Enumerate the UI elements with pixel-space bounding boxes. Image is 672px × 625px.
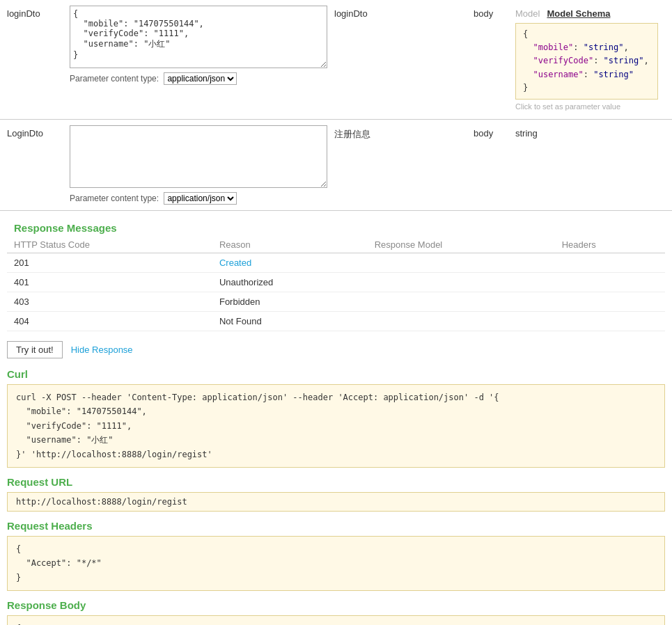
schema-val-username: "string"	[593, 70, 634, 79]
reason-401: Unauthorized	[212, 272, 368, 292]
request-url-title: Request URL	[7, 476, 665, 488]
col-header-status: HTTP Status Code	[7, 237, 212, 253]
headers-403	[555, 292, 665, 311]
response-body-code: { "msg": "验证码错误", "status": 500 }	[7, 615, 665, 625]
response-body-title: Response Body	[7, 599, 665, 611]
response-body-section: Response Body { "msg": "验证码错误", "status"…	[0, 595, 672, 625]
table-row: 404 Not Found	[7, 311, 665, 331]
schema-val-verifyCode: "string"	[604, 56, 644, 65]
response-messages-section: Response Messages HTTP Status Code Reaso…	[0, 211, 672, 335]
table-row: 401 Unauthorized	[7, 272, 665, 292]
tab-model-schema[interactable]: Model Schema	[547, 8, 610, 19]
schema-box: { "mobile": "string", "verifyCode": "str…	[515, 23, 658, 100]
response-table: HTTP Status Code Reason Response Model H…	[7, 237, 665, 331]
schema-brace-close: }	[523, 83, 528, 93]
status-403: 403	[7, 292, 212, 311]
curl-title: Curl	[7, 368, 665, 380]
curl-section: Curl curl -X POST --header 'Content-Type…	[0, 364, 672, 472]
content-type-select-1[interactable]: application/json	[164, 192, 237, 205]
status-201: 201	[7, 253, 212, 272]
reason-403: Forbidden	[212, 292, 368, 311]
request-url-value: http://localhost:8888/login/regist	[7, 492, 665, 512]
click-hint: Click to set as parameter value	[515, 102, 658, 111]
content-type-label-1: Parameter content type:	[70, 193, 159, 203]
request-url-section: Request URL http://localhost:8888/login/…	[0, 472, 672, 516]
reason-created: Created	[212, 253, 368, 272]
param-content-type-LoginDto: Parameter content type: application/json	[70, 192, 327, 205]
table-row: 201 Created	[7, 253, 665, 272]
curl-code: curl -X POST --header 'Content-Type: app…	[7, 384, 665, 468]
col-header-model: Response Model	[368, 237, 555, 253]
param-type-1: body	[467, 125, 508, 141]
param-desc-1: 注册信息	[327, 125, 467, 143]
reason-404: Not Found	[212, 311, 368, 331]
request-headers-section: Request Headers { "Accept": "*/*" }	[0, 516, 672, 595]
status-404: 404	[7, 311, 212, 331]
request-headers-title: Request Headers	[7, 520, 665, 532]
table-row: 403 Forbidden	[7, 292, 665, 311]
headers-404	[555, 311, 665, 331]
param-content-loginDto: Parameter content type: application/json	[70, 6, 327, 85]
tab-model[interactable]: Model	[515, 8, 540, 19]
response-messages-title: Response Messages	[7, 215, 665, 237]
param-model-1: string	[508, 125, 665, 141]
schema-key-username: "username"	[533, 70, 583, 79]
col-header-headers: Headers	[555, 237, 665, 253]
hide-response-link[interactable]: Hide Response	[71, 345, 133, 355]
try-it-out-button[interactable]: Try it out!	[7, 341, 63, 358]
request-headers-code: { "Accept": "*/*" }	[7, 536, 665, 591]
content-type-select-0[interactable]: application/json	[164, 72, 237, 85]
content-type-label-0: Parameter content type:	[70, 74, 159, 84]
main-container: loginDto Parameter content type: applica…	[0, 0, 672, 625]
col-header-reason: Reason	[212, 237, 368, 253]
model-403	[368, 292, 555, 311]
param-row-LoginDto: LoginDto Parameter content type: applica…	[0, 120, 672, 211]
headers-401	[555, 272, 665, 292]
model-schema-tabs: Model Model Schema	[515, 8, 658, 19]
param-textarea-loginDto[interactable]	[70, 6, 327, 68]
action-row: Try it out! Hide Response	[0, 335, 672, 364]
param-model-0: Model Model Schema { "mobile": "string",…	[508, 6, 665, 113]
param-content-type-loginDto: Parameter content type: application/json	[70, 72, 327, 85]
model-201	[368, 253, 555, 272]
param-type-0: body	[467, 6, 508, 22]
param-name-LoginDto: LoginDto	[7, 125, 70, 139]
model-401	[368, 272, 555, 292]
param-textarea-LoginDto[interactable]	[70, 125, 327, 188]
param-row-loginDto: loginDto Parameter content type: applica…	[0, 0, 672, 120]
param-content-LoginDto: Parameter content type: application/json	[70, 125, 327, 205]
param-name-loginDto: loginDto	[7, 6, 70, 19]
schema-key-verifyCode: "verifyCode"	[533, 56, 593, 65]
status-401: 401	[7, 272, 212, 292]
headers-201	[555, 253, 665, 272]
model-404	[368, 311, 555, 331]
schema-val-mobile: "string"	[584, 42, 624, 52]
param-desc-0: loginDto	[327, 6, 467, 22]
schema-key-mobile: "mobile"	[533, 42, 573, 52]
schema-brace-open: {	[523, 29, 528, 39]
